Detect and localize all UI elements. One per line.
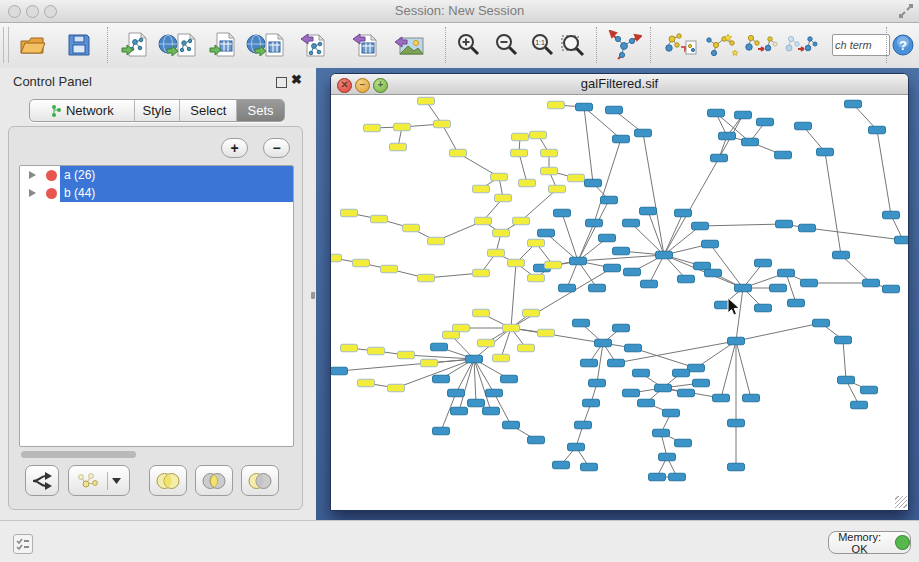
memory-ok-indicator [895, 535, 910, 550]
zoom-in-button[interactable] [452, 28, 486, 62]
tab-network[interactable]: Network [30, 100, 135, 121]
split-arrows-icon [31, 471, 53, 491]
open-session-button[interactable] [16, 28, 50, 62]
window-title: Session: New Session [0, 0, 919, 22]
union-button[interactable] [149, 465, 187, 496]
task-history-button[interactable] [13, 534, 33, 554]
toolbar-separator [107, 27, 108, 63]
control-panel: Control Panel ✖ Network Style Select Set… [0, 68, 310, 520]
network-window-title: galFiltered.sif [331, 74, 908, 94]
save-floppy-icon [67, 33, 91, 57]
venn-difference-icon [247, 472, 273, 490]
split-sets-button[interactable] [25, 465, 59, 496]
close-view-icon[interactable]: ✕ [337, 78, 352, 93]
help-icon: ? [892, 34, 914, 56]
network-view[interactable] [331, 95, 908, 509]
expand-arrow-icon[interactable] [29, 171, 36, 179]
selected-nodes-selected-edges-icon [784, 31, 818, 59]
export-table-icon [351, 32, 379, 58]
tab-network-label: Network [66, 103, 114, 118]
export-image-button[interactable] [392, 28, 426, 62]
horizontal-scrollbar-thumb[interactable] [21, 451, 136, 458]
tab-sets-label: Sets [248, 103, 274, 118]
toolbar-separator [886, 27, 887, 63]
import-table-url-icon [246, 32, 286, 58]
memory-status-button[interactable]: Memory: OK [828, 531, 911, 554]
checklist-icon [16, 538, 30, 550]
fullscreen-icon[interactable] [899, 4, 913, 18]
venn-union-icon [155, 472, 181, 490]
float-panel-icon[interactable] [276, 77, 287, 88]
set-color-dot [46, 188, 57, 199]
application-window: Session: New Session [0, 0, 919, 562]
sets-panel: + − a (26) b (44) [8, 126, 303, 510]
title-bar[interactable]: Session: New Session [0, 0, 919, 23]
import-table-file-icon [209, 32, 237, 58]
yellow-network-icon [77, 471, 103, 491]
zoom-out-button[interactable] [490, 28, 524, 62]
splitter-handle[interactable] [311, 292, 315, 299]
svg-text:?: ? [899, 38, 907, 53]
import-network-url-icon [158, 32, 198, 58]
first-neighbors-icon [704, 31, 738, 59]
zoom-fit-selected-button[interactable] [556, 28, 590, 62]
new-network-from-selection-button[interactable] [662, 28, 700, 62]
maximize-view-icon[interactable]: + [373, 78, 388, 93]
tab-sets[interactable]: Sets [237, 100, 284, 121]
mouse-cursor [727, 297, 743, 317]
select-first-neighbors-button[interactable] [702, 28, 740, 62]
toolbar-grip[interactable] [3, 27, 9, 63]
open-folder-icon [19, 33, 47, 57]
status-bar: Memory: OK [0, 520, 919, 562]
main-toolbar: 1:1 [0, 23, 919, 69]
expand-arrow-icon[interactable] [29, 189, 36, 197]
toolbar-separator [650, 27, 651, 63]
zoom-actual-size-button[interactable]: 1:1 [526, 28, 560, 62]
set-label: a (26) [64, 166, 95, 184]
intersection-button[interactable] [195, 465, 233, 496]
save-session-button[interactable] [62, 28, 96, 62]
toolbar-separator [445, 27, 446, 63]
zoom-out-icon [494, 32, 520, 58]
resize-grip[interactable] [895, 496, 907, 508]
new-network-selected-nodes-all-edges-button[interactable] [742, 28, 780, 62]
set-row-a[interactable]: a (26) [20, 166, 293, 184]
network-window[interactable]: galFiltered.sif ✕ − + [330, 73, 909, 511]
add-set-button[interactable]: + [221, 138, 248, 158]
network-canvas[interactable] [331, 95, 908, 509]
zoom-one-to-one-icon: 1:1 [530, 32, 556, 58]
import-table-url-button[interactable] [244, 28, 288, 62]
sets-list[interactable]: a (26) b (44) [19, 165, 294, 447]
import-network-file-button[interactable] [118, 28, 152, 62]
button-divider [107, 472, 108, 490]
help-button[interactable]: ? [890, 28, 916, 62]
import-network-file-icon [121, 32, 149, 58]
import-network-url-button[interactable] [156, 28, 200, 62]
import-table-file-button[interactable] [206, 28, 240, 62]
network-window-titlebar[interactable]: galFiltered.sif ✕ − + [331, 74, 908, 95]
close-panel-icon[interactable]: ✖ [291, 72, 302, 87]
tab-select[interactable]: Select [180, 100, 237, 121]
tab-select-label: Select [190, 103, 226, 118]
zoom-fit-icon [560, 32, 586, 58]
selected-nodes-all-edges-icon [744, 31, 778, 59]
minimize-view-icon[interactable]: − [355, 78, 370, 93]
zoom-in-icon [456, 32, 482, 58]
export-table-button[interactable] [348, 28, 382, 62]
difference-button[interactable] [241, 465, 279, 496]
network-tab-icon [50, 104, 62, 118]
export-network-icon [299, 32, 327, 58]
set-color-dot [46, 170, 57, 181]
new-network-selected-nodes-selected-edges-button[interactable] [782, 28, 820, 62]
remove-set-button[interactable]: − [263, 138, 290, 158]
apply-layout-button[interactable] [606, 28, 644, 62]
control-panel-tabs: Network Style Select Sets [29, 99, 285, 122]
create-set-dropdown-button[interactable] [68, 465, 130, 496]
set-label: b (44) [64, 184, 95, 202]
zoom-actual-label: 1:1 [535, 39, 545, 46]
tab-style[interactable]: Style [135, 100, 181, 121]
search-input[interactable] [832, 34, 890, 56]
set-row-b[interactable]: b (44) [20, 184, 293, 202]
export-network-button[interactable] [296, 28, 330, 62]
network-desktop: galFiltered.sif ✕ − + [316, 68, 919, 520]
